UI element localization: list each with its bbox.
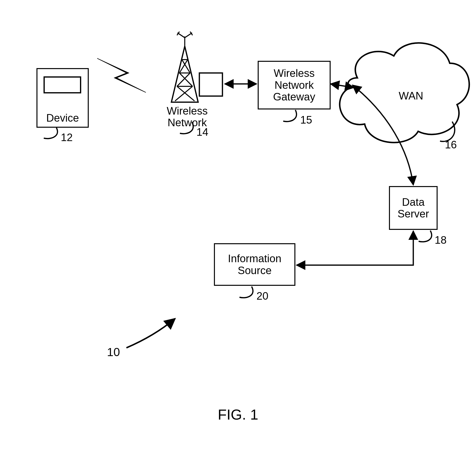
data-server-node: Data Server xyxy=(389,186,438,230)
device-ref: 12 xyxy=(61,131,73,144)
data-server-ref: 18 xyxy=(435,234,447,246)
link-dataserver-infosource xyxy=(297,231,413,265)
ref-hook-20 xyxy=(239,287,253,298)
svg-line-10 xyxy=(179,73,193,86)
wan-ref: 16 xyxy=(445,139,457,151)
wireless-network-ref: 14 xyxy=(196,126,208,138)
gateway-node: Wireless Network Gateway xyxy=(258,61,331,109)
gateway-ref: 15 xyxy=(300,114,312,126)
gateway-label: Wireless Network Gateway xyxy=(273,67,315,103)
tower-icon xyxy=(171,32,198,102)
diagram-stage: Device 12 Wireless Network 14 Wireless N… xyxy=(0,0,476,449)
info-source-label: Information Source xyxy=(228,253,281,276)
wan-label: WAN xyxy=(399,90,423,102)
ref-arrow-10 xyxy=(126,319,175,348)
ref-hook-18 xyxy=(419,231,432,242)
device-node: Device xyxy=(36,68,89,128)
ref-hook-12 xyxy=(44,128,57,139)
device-label: Device xyxy=(37,112,88,124)
svg-line-13 xyxy=(175,86,193,101)
data-server-label: Data Server xyxy=(397,196,429,220)
ref-hook-15 xyxy=(283,110,297,122)
svg-line-12 xyxy=(177,86,194,101)
info-source-node: Information Source xyxy=(214,243,295,286)
wireless-network-label: Wireless Network xyxy=(156,105,219,129)
device-screen-icon xyxy=(44,76,81,93)
diagram-id: 10 xyxy=(107,345,120,359)
figure-label: FIG. 1 xyxy=(0,406,476,423)
wireless-link-icon xyxy=(97,58,146,92)
info-source-ref: 20 xyxy=(256,290,268,302)
base-station-box xyxy=(199,73,222,96)
svg-line-11 xyxy=(177,73,190,86)
